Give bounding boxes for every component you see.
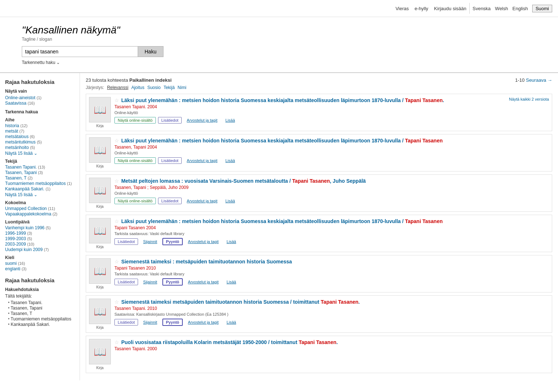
sidebar-date-1996[interactable]: 1996-1999 (3)	[5, 231, 74, 236]
sidebar-hakuehd-3[interactable]: Tasanen, T	[8, 311, 74, 316]
sort-nimi[interactable]: Nimi	[178, 85, 186, 90]
nav-english[interactable]: English	[513, 6, 528, 11]
btn-lisatiedot-3[interactable]: Lisätiedot	[158, 198, 182, 204]
sidebar-saatavissa[interactable]: Saatavissa (16)	[5, 101, 74, 106]
result-item-4: 📖 Kirja ☆ Läksi puut ylenemähän : metsie…	[86, 215, 552, 252]
sidebar-online-aineistot[interactable]: Online-aineistot (1)	[5, 95, 74, 100]
result-type-6: Kirja	[96, 326, 104, 330]
btn-lisatiedot-6[interactable]: Lisätiedot	[114, 319, 138, 326]
result-title-5[interactable]: Siemenestä taimeksi : metsäpuiden taimit…	[121, 259, 292, 264]
btn-lisatiedot-1[interactable]: Lisätiedot	[158, 117, 182, 124]
header-area: "Kansallinen näkymä" Tagline / slogan Ha…	[0, 17, 558, 69]
btn-sijainnit-5[interactable]: Sijainnit	[140, 279, 160, 285]
result-star-2[interactable]: ☆	[114, 138, 119, 144]
next-page-link[interactable]: Seuraava →	[526, 77, 552, 83]
nav-vieras[interactable]: Vieras	[396, 6, 409, 11]
btn-arvostelut-3[interactable]: Arvostelut ja tagit	[184, 198, 220, 204]
book-thumbnail-6: 📖	[89, 299, 111, 324]
btn-arvostelut-1[interactable]: Arvostelut ja tagit	[184, 117, 220, 123]
btn-lisatiedot-4[interactable]: Lisätiedot	[114, 238, 138, 245]
top-nav-left: Vieras e-hylly Kirjaudu sisään	[396, 6, 466, 11]
sidebar-tarkenna-hakua-label: Tarkenna hakua	[5, 109, 74, 114]
sort-suosio[interactable]: Suosio	[147, 85, 161, 90]
btn-lisatiedot-2[interactable]: Lisätiedot	[158, 157, 182, 164]
btn-sijainnit-6[interactable]: Sijainnit	[140, 319, 160, 325]
result-title-1[interactable]: Läksi puut ylenemähän : metsien hoidon h…	[121, 97, 444, 103]
result-star-3[interactable]: ☆	[114, 178, 119, 184]
btn-lisaa-4[interactable]: Lisää	[224, 239, 239, 245]
nav-svenska[interactable]: Svenska	[473, 6, 491, 11]
result-star-4[interactable]: ☆	[114, 218, 119, 224]
result-title-6[interactable]: Siemenestä taimeksi metsäpuiden taimituo…	[121, 299, 360, 305]
nav-welsh[interactable]: Welsh	[495, 6, 508, 11]
btn-lisatiedot-5[interactable]: Lisätiedot	[114, 279, 138, 285]
sidebar-kokoelma-label: Kokoelma	[5, 200, 74, 205]
btn-arvostelut-4[interactable]: Arvostelut ja tagit	[185, 239, 221, 245]
sort-relevanssi[interactable]: Relevanssi	[107, 85, 129, 90]
sidebar-aihe-show-more[interactable]: Näytä 15 lisää ⌄	[5, 151, 37, 156]
result-star-6[interactable]: ☆	[114, 299, 119, 305]
nav-kirjaudu[interactable]: Kirjaudu sisään	[434, 6, 466, 11]
result-item-7: 📖 Kirja ☆ Puoli vuosisataa riistapoluill…	[86, 336, 552, 373]
sidebar-aihe-historia[interactable]: historia (12)	[5, 123, 74, 128]
btn-lisaa-2[interactable]: Lisää	[222, 158, 238, 163]
sidebar-tekija-kankaanpaa[interactable]: Kankaanpää Sakari. (1)	[5, 186, 74, 191]
sidebar-tekija-tasanen-tapani-dot[interactable]: Tasanen Tapani. (13)	[5, 165, 74, 170]
site-title: "Kansallinen näkymä"	[22, 24, 551, 36]
sidebar-kokoelma-unmapped[interactable]: Unmapped Collection (11)	[5, 206, 74, 211]
sidebar-hakuehd-5[interactable]: Kankaanpää Sakari.	[8, 322, 74, 327]
sidebar-tekija-tasanen-tapani[interactable]: Tasanen, Tapani (3)	[5, 170, 74, 175]
result-title-4[interactable]: Läksi puut ylenemähän : metsien hoidon h…	[121, 218, 443, 224]
result-content-1: ☆ Läksi puut ylenemähän : metsien hoidon…	[114, 97, 549, 124]
btn-lisaa-5[interactable]: Lisää	[224, 279, 239, 285]
btn-arvostelut-2[interactable]: Arvostelut ja tagit	[184, 158, 220, 163]
result-star-5[interactable]: ☆	[114, 259, 119, 264]
btn-pyynto-6[interactable]: Pyyntö	[162, 319, 183, 326]
sidebar-hakuehd-2[interactable]: Tasanen, Tapani	[8, 306, 74, 311]
result-content-7: ☆ Puoli vuosisataa riistapoluilla Kolari…	[114, 339, 549, 351]
nav-ehylly[interactable]: e-hylly	[415, 6, 428, 11]
sidebar-aihe-metsatalous[interactable]: metsätalous (6)	[5, 134, 74, 139]
result-item-1: 📖 Kirja ☆ Läksi puut ylenemähän : metsie…	[86, 94, 552, 131]
sidebar-tekija-tuomarniemi[interactable]: Tuomarniemen metsäoppilaitos (1)	[5, 181, 74, 186]
sidebar-date-2003[interactable]: 2003-2009 (10)	[5, 242, 74, 247]
sidebar-tekija-label: Tekijä	[5, 159, 74, 164]
advanced-search-toggle[interactable]: Tarkennettu haku ⌄	[22, 60, 551, 65]
sidebar-kieli-suomi[interactable]: suomi (16)	[5, 261, 74, 266]
sidebar-hakuehd-1[interactable]: Tasanen Tapani.	[8, 300, 74, 305]
btn-lisaa-1[interactable]: Lisää	[222, 117, 238, 123]
sidebar-aihe-metsantutkimus[interactable]: metsäntutkimus (5)	[5, 140, 74, 145]
sidebar-date-vanhempi[interactable]: Vanhempi kuin 1996 (5)	[5, 225, 74, 230]
search-input[interactable]	[22, 46, 138, 57]
btn-sijainnit-4[interactable]: Sijainnit	[140, 239, 160, 245]
sort-tekija[interactable]: Tekijä	[163, 85, 175, 90]
show-versions-1[interactable]: Näytä kaikki 2 versiota	[509, 97, 549, 101]
btn-lisaa-3[interactable]: Lisää	[222, 198, 238, 204]
btn-pyynto-5[interactable]: Pyyntö	[162, 278, 183, 286]
sidebar-date-uudempi[interactable]: Uudempi kuin 2009 (7)	[5, 247, 74, 252]
sidebar-date-1999[interactable]: 1999-2003 (5)	[5, 236, 74, 241]
result-title-7[interactable]: Puoli vuosisataa riistapoluilla Kolarin …	[121, 339, 338, 345]
search-button[interactable]: Haku	[138, 46, 163, 57]
btn-lisaa-6[interactable]: Lisää	[224, 319, 239, 325]
btn-arvostelut-5[interactable]: Arvostelut ja tagit	[185, 279, 221, 285]
sidebar-aihe-metsat[interactable]: metsät (7)	[5, 129, 74, 134]
btn-pyynto-4[interactable]: Pyyntö	[162, 238, 183, 245]
sidebar-aihe-metsanhoito[interactable]: metsänhoito (5)	[5, 145, 74, 150]
btn-nayta-online-1[interactable]: Näytä online-sisältö	[114, 117, 156, 124]
result-type-1: Kirja	[96, 124, 104, 128]
sidebar-kokoelma-vapaa[interactable]: Vapaakappalekokoelma (2)	[5, 211, 74, 217]
sidebar-kieli-englanti[interactable]: englanti (3)	[5, 266, 74, 271]
result-title-3[interactable]: Metsät peltojen lomassa : vuosisata Vars…	[121, 178, 366, 184]
result-star-7[interactable]: ☆	[114, 339, 119, 345]
result-title-2[interactable]: Läksi puut ylenemähän : metsien hoidon h…	[121, 138, 443, 144]
btn-nayta-online-3[interactable]: Näytä online-sisältö	[114, 198, 156, 204]
result-star-1[interactable]: ☆	[114, 97, 119, 103]
sidebar-hakuehd-4[interactable]: Tuomarniemen metsäoppilaitos	[8, 316, 74, 322]
sidebar-tekija-show-more[interactable]: Näytä 15 lisää ⌄	[5, 192, 37, 197]
nav-suomi-button[interactable]: Suomi	[532, 5, 552, 12]
btn-arvostelut-6[interactable]: Arvostelut ja tagit	[185, 319, 221, 325]
btn-nayta-online-2[interactable]: Näytä online-sisältö	[114, 157, 156, 164]
sidebar-tekija-tasanen-t[interactable]: Tasanen, T (2)	[5, 175, 74, 181]
sort-ajoitus[interactable]: Ajoitus	[131, 85, 144, 90]
